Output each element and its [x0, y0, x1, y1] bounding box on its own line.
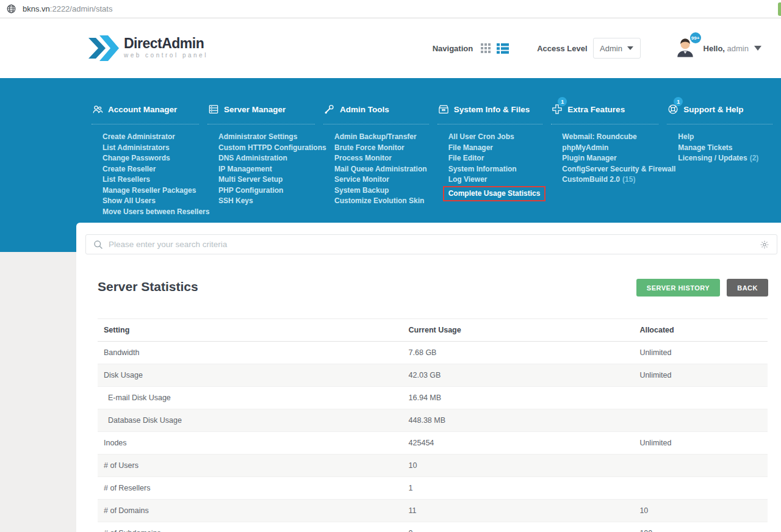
menu-link[interactable]: phpMyAdmin [562, 143, 608, 152]
menu-link-item: Manage Tickets [678, 142, 781, 153]
greeting[interactable]: Hello, admin [704, 44, 749, 53]
menu-link[interactable]: Process Monitor [334, 154, 392, 162]
menu-link[interactable]: Customize Evolution Skin [334, 196, 424, 205]
menu-category-header[interactable]: 1Extra Features [551, 102, 667, 116]
menu-link[interactable]: PHP Configuration [218, 186, 283, 195]
setting-cell: # of Users [98, 455, 403, 477]
menu-link-label: Brute Force Monitor [334, 143, 405, 152]
menu-link[interactable]: Manage Tickets [678, 143, 732, 152]
setting-cell: Inodes [98, 432, 403, 455]
menu-link[interactable]: Create Reseller [103, 165, 156, 173]
menu-link-label: Move Users between Resellers [103, 207, 209, 216]
menu-link[interactable]: Move Users between Resellers [103, 207, 209, 216]
setting-cell: Bandwidth [98, 342, 403, 364]
menu-column: Server ManagerAdministrator SettingsCust… [207, 102, 323, 217]
menu-link[interactable]: Service Monitor [334, 175, 389, 184]
menu-category-header[interactable]: 1Support & Help [667, 102, 781, 116]
access-level-select[interactable]: Admin [593, 38, 641, 59]
back-button[interactable]: BACK [727, 279, 768, 297]
users-icon [92, 103, 104, 115]
table-row: Inodes425454Unlimited [98, 432, 768, 455]
notification-badge[interactable]: 99+ [690, 32, 701, 43]
list-view-icon[interactable] [497, 43, 509, 54]
browser-extension-icon[interactable] [778, 2, 781, 16]
menu-link[interactable]: Webmail: Roundcube [562, 132, 636, 141]
menu-link-label: phpMyAdmin [562, 143, 608, 152]
menu-category-title: Account Manager [108, 105, 177, 114]
menu-link[interactable]: List Resellers [103, 175, 150, 184]
menu-link-label: IP Management [218, 165, 272, 173]
allocated-cell: Unlimited [633, 432, 768, 455]
menu-link[interactable]: Administrator Settings [218, 132, 297, 141]
search-bar[interactable] [85, 234, 777, 254]
page-title: Server Statistics [98, 279, 198, 294]
menu-link-item: All User Cron Jobs [448, 131, 552, 142]
menu-link-item: Change Passwords [103, 153, 207, 164]
menu-category-header[interactable]: Admin Tools [323, 102, 437, 116]
menu-link[interactable]: Create Administrator [103, 132, 175, 141]
menu-column: 1Extra FeaturesWebmail: RoundcubephpMyAd… [551, 102, 667, 217]
menu-link[interactable]: CustomBuild 2.0(15) [562, 175, 635, 184]
usage-cell: 425454 [403, 432, 634, 455]
greeting-hello: Hello, [704, 44, 725, 53]
menu-column: Account ManagerCreate AdministratorList … [92, 102, 207, 217]
user-menu-caret-icon[interactable] [754, 46, 761, 51]
user-avatar[interactable]: 99+ [674, 36, 696, 60]
menu-link[interactable]: File Editor [448, 154, 484, 162]
grid-view-icon[interactable] [481, 43, 491, 54]
usage-cell: 1 [403, 477, 634, 500]
menu-category-header[interactable]: Server Manager [207, 102, 323, 116]
menu-link[interactable]: IP Management [218, 165, 272, 173]
menu-link[interactable]: DNS Administration [218, 154, 287, 162]
menu-link-label: Webmail: Roundcube [562, 132, 636, 141]
menu-link-item: File Editor [448, 153, 552, 164]
settings-gear-icon[interactable] [760, 240, 769, 250]
divider [437, 124, 543, 124]
setting-cell: # of Domains [98, 500, 403, 522]
menu-link[interactable]: Show All Users [103, 196, 156, 205]
menu-link[interactable]: All User Cron Jobs [448, 132, 514, 141]
setting-cell: # of Subdomains [98, 522, 403, 532]
menu-link[interactable]: Licensing / Updates(2) [678, 154, 758, 162]
search-input[interactable] [109, 240, 760, 249]
menu-link-item: System Information [448, 164, 552, 174]
menu-link-label: Process Monitor [334, 154, 392, 162]
server-history-button[interactable]: SERVER HISTORY [636, 279, 720, 297]
menu-link[interactable]: Mail Queue Administration [334, 165, 427, 173]
menu-category-header[interactable]: System Info & Files [437, 102, 552, 116]
menu-link[interactable]: Help [678, 132, 694, 141]
category-badge: 1 [558, 97, 567, 106]
logo-subtitle: web control panel [124, 52, 208, 59]
menu-link-highlighted[interactable]: Complete Usage Statistics [443, 186, 546, 202]
menu-link[interactable]: ConfigServer Security & Firewall [562, 165, 675, 173]
menu-link[interactable]: Change Passwords [103, 154, 170, 162]
menu-category-header[interactable]: Account Manager [92, 102, 207, 116]
menu-link[interactable]: SSH Keys [218, 196, 253, 205]
allocated-cell [633, 455, 768, 477]
menu-link-label: Custom HTTPD Configurations [218, 143, 326, 152]
access-level-label: Access Level [537, 44, 587, 53]
menu-link[interactable]: System Information [448, 165, 517, 173]
menu-link[interactable]: Custom HTTPD Configurations [218, 143, 326, 152]
menu-link[interactable]: Manage Reseller Packages [103, 186, 196, 195]
menu-link[interactable]: List Administrators [103, 143, 170, 152]
menu-link-item: Admin Backup/Transfer [334, 131, 437, 142]
search-icon [93, 240, 103, 250]
menu-link-label: All User Cron Jobs [448, 132, 514, 141]
menu-link-item: Custom HTTPD Configurations [218, 142, 323, 153]
menu-link-item: Service Monitor [334, 174, 437, 185]
menu-link-item: Manage Reseller Packages [103, 185, 207, 196]
table-row: # of Users10 [98, 455, 768, 477]
menu-link[interactable]: System Backup [334, 186, 389, 195]
menu-link[interactable]: Admin Backup/Transfer [334, 132, 417, 141]
server-icon [207, 103, 220, 115]
menu-link[interactable]: Multi Server Setup [218, 175, 283, 184]
browser-address-bar[interactable]: bkns.vn:2222/admin/stats [0, 0, 781, 18]
menu-link[interactable]: Brute Force Monitor [334, 143, 405, 152]
menu-link[interactable]: File Manager [448, 143, 493, 152]
menu-link[interactable]: Plugin Manager [562, 154, 616, 162]
table-column-header: Allocated [633, 319, 768, 342]
menu-link-item: List Administrators [103, 142, 207, 153]
directadmin-logo[interactable]: DirectAdmin web control panel [87, 34, 208, 62]
menu-link[interactable]: Log Viewer [448, 175, 488, 184]
